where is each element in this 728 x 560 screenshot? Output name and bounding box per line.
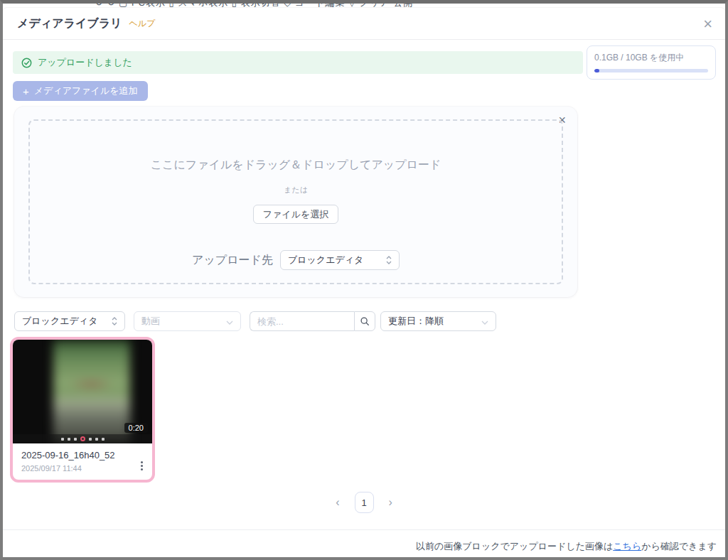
media-item-card[interactable]: 0:20 2025-09-16_16h40_52 2025/09/17 11:4… <box>10 337 155 483</box>
check-circle-icon <box>21 58 32 68</box>
storage-progress-bar <box>594 69 708 72</box>
chevron-down-icon <box>481 316 488 327</box>
select-file-button[interactable]: ファイルを選択 <box>253 205 339 224</box>
storage-progress-fill <box>594 69 599 72</box>
media-type-filter-select[interactable]: 動画 <box>134 311 241 331</box>
modal-close-icon[interactable]: × <box>700 14 715 35</box>
source-filter-value: ブロックエディタ <box>22 315 97 328</box>
modal-header: メディアライブラリ ヘルプ × <box>3 8 725 40</box>
footer-text-before: 以前の画像ブロックでアップロードした画像は <box>416 541 613 551</box>
video-duration-badge: 0:20 <box>124 423 148 433</box>
media-item-date: 2025/09/17 11:44 <box>21 464 144 473</box>
pagination: ‹ 1 › <box>3 491 725 514</box>
video-player-controls <box>13 434 152 443</box>
dropzone-instruction: ここにファイルをドラッグ＆ドロップしてアップロード <box>151 158 441 173</box>
sort-order-select[interactable]: 更新日：降順 <box>380 311 496 331</box>
upload-success-text: アップロードしました <box>38 56 132 69</box>
media-library-modal: メディアライブラリ ヘルプ × アップロードしました 0.1GB / 10GB … <box>3 8 725 557</box>
updown-chevron-icon <box>386 256 392 264</box>
plus-icon: + <box>23 86 29 97</box>
search-icon <box>360 316 370 326</box>
item-menu-icon[interactable] <box>139 459 145 473</box>
upload-destination-select[interactable]: ブロックエディタ <box>280 250 400 270</box>
source-filter-select[interactable]: ブロックエディタ <box>14 311 125 331</box>
media-type-filter-value: 動画 <box>141 315 160 328</box>
file-dropzone[interactable]: ここにファイルをドラッグ＆ドロップしてアップロード または ファイルを選択 アッ… <box>28 119 563 284</box>
footer-text-after: から確認できます <box>641 541 717 551</box>
next-page-icon[interactable]: › <box>386 495 395 510</box>
media-item-info: 2025-09-16_16h40_52 2025/09/17 11:44 <box>13 443 152 473</box>
help-link[interactable]: ヘルプ <box>129 18 155 30</box>
footer-note: 以前の画像ブロックでアップロードした画像はこちらから確認できます <box>416 540 717 553</box>
video-thumbnail-image <box>53 340 130 443</box>
storage-usage-card: 0.1GB / 10GB を使用中 <box>587 45 716 80</box>
footer-divider <box>3 529 725 530</box>
storage-usage-text: 0.1GB / 10GB を使用中 <box>594 52 708 64</box>
add-media-file-button[interactable]: + メディアファイルを追加 <box>13 81 148 101</box>
prev-page-icon[interactable]: ‹ <box>333 495 342 510</box>
upload-destination-label: アップロード先 <box>192 253 273 268</box>
footer-link[interactable]: こちら <box>613 541 641 551</box>
record-dot-icon <box>80 436 85 441</box>
page-number-button[interactable]: 1 <box>355 492 374 513</box>
upload-success-alert: アップロードしました <box>13 51 583 74</box>
modal-title: メディアライブラリ <box>17 16 122 31</box>
video-thumbnail: 0:20 <box>13 340 152 443</box>
upload-panel: × ここにファイルをドラッグ＆ドロップしてアップロード または ファイルを選択 … <box>14 107 577 297</box>
chevron-down-icon <box>226 316 233 327</box>
add-media-file-label: メディアファイルを追加 <box>34 85 138 97</box>
search-input[interactable] <box>250 311 354 331</box>
upload-destination-row: アップロード先 ブロックエディタ <box>192 250 400 270</box>
media-item-title: 2025-09-16_16h40_52 <box>21 450 144 461</box>
search-button[interactable] <box>354 311 375 331</box>
search-group <box>250 311 375 331</box>
upload-destination-value: ブロックエディタ <box>288 254 363 266</box>
filter-toolbar: ブロックエディタ 動画 更新日：降順 <box>14 311 496 331</box>
updown-chevron-icon <box>112 317 117 325</box>
dropzone-or-text: または <box>284 185 308 195</box>
sort-order-value: 更新日：降順 <box>388 315 444 328</box>
